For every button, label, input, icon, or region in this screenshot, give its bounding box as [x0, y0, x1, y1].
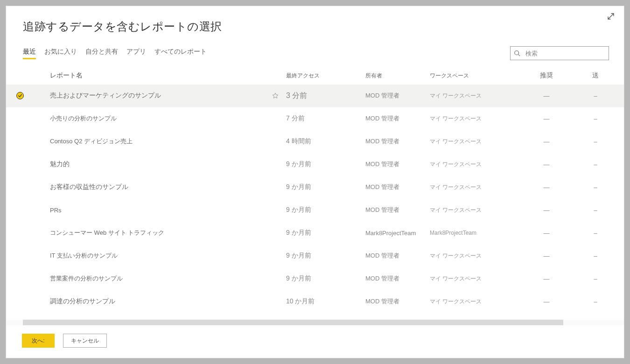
tab-3[interactable]: アプリ	[126, 48, 146, 59]
row-last-access: 9 か月前	[286, 252, 365, 260]
row-send: –	[579, 138, 612, 145]
row-recommend: —	[514, 92, 579, 99]
col-send[interactable]: 送	[579, 71, 612, 80]
tabs: 最近お気に入り自分と共有アプリすべてのレポート	[23, 48, 207, 59]
check-icon	[16, 92, 24, 99]
table-row[interactable]: IT 支払い分析のサンプル9 か月前MOD 管理者マイ ワークスペース—–	[6, 245, 624, 267]
tab-2[interactable]: 自分と共有	[85, 48, 118, 59]
row-workspace: マイ ワークスペース	[430, 115, 514, 123]
star-icon[interactable]	[272, 92, 279, 99]
table-body[interactable]: 売上およびマーケティングのサンプル3 分前MOD 管理者マイ ワークスペース—–…	[6, 84, 624, 317]
report-picker-dialog: 追跡するデータを含むレポートの選択 最近お気に入り自分と共有アプリすべてのレポー…	[6, 6, 624, 358]
row-workspace: マイ ワークスペース	[430, 183, 514, 191]
table-row[interactable]: 調達の分析のサンプル10 か月前MOD 管理者マイ ワークスペース—–	[6, 290, 624, 313]
table-row[interactable]: PRs9 か月前MOD 管理者マイ ワークスペース—–	[6, 199, 624, 222]
row-workspace: マイ ワークスペース	[430, 275, 514, 283]
svg-line-1	[518, 55, 520, 56]
row-last-access: 9 か月前	[286, 274, 365, 283]
row-send: –	[579, 275, 612, 282]
tab-1[interactable]: お気に入り	[44, 48, 77, 59]
row-name[interactable]: 売上およびマーケティングのサンプル	[34, 91, 286, 100]
dialog-footer: 次へ: キャンセル	[6, 325, 624, 358]
search-input[interactable]	[510, 46, 609, 60]
row-name[interactable]: お客様の収益性のサンプル	[34, 183, 286, 191]
row-recommend: —	[514, 230, 579, 237]
row-send: –	[579, 92, 612, 99]
dialog-title: 追跡するデータを含むレポートの選択	[23, 19, 609, 34]
row-name[interactable]: IT 支払い分析のサンプル	[34, 252, 286, 260]
table-row[interactable]: 営業案件の分析のサンプル9 か月前MOD 管理者マイ ワークスペース—–	[6, 267, 624, 290]
table-row[interactable]: 売上およびマーケティングのサンプル3 分前MOD 管理者マイ ワークスペース—–	[6, 84, 624, 107]
col-name[interactable]: レポート名	[34, 71, 286, 80]
col-last-access[interactable]: 最終アクセス	[286, 72, 365, 80]
row-last-access: 10 か月前	[286, 297, 365, 306]
row-select[interactable]	[6, 92, 34, 99]
table-row[interactable]: コンシューマー Web サイト トラフィック9 か月前Mark8ProjectT…	[6, 222, 624, 245]
table-row[interactable]: 小売りの分析のサンプル7 分前MOD 管理者マイ ワークスペース—–	[6, 107, 624, 130]
row-workspace: マイ ワークスペース	[430, 161, 514, 168]
row-send: –	[579, 298, 612, 305]
row-last-access: 9 か月前	[286, 229, 365, 237]
row-name[interactable]: Contoso Q2 ディビジョン売上	[34, 137, 286, 146]
row-send: –	[579, 207, 612, 214]
row-recommend: —	[514, 298, 579, 305]
search-icon	[514, 50, 520, 56]
scrollbar-thumb[interactable]	[23, 320, 563, 325]
table-row[interactable]: お客様の収益性のサンプル9 か月前MOD 管理者マイ ワークスペース—–	[6, 176, 624, 199]
row-owner: MOD 管理者	[365, 91, 430, 100]
expand-icon[interactable]	[607, 13, 616, 21]
report-table: レポート名 最終アクセス 所有者 ワークスペース 推奨 送 売上およびマーケティ…	[6, 65, 624, 325]
col-recommend[interactable]: 推奨	[514, 71, 579, 80]
row-workspace: マイ ワークスペース	[430, 92, 514, 100]
search-wrap	[510, 46, 609, 60]
row-name[interactable]: 調達の分析のサンプル	[34, 297, 286, 306]
row-workspace: マイ ワークスペース	[430, 138, 514, 146]
table-row[interactable]: Contoso Q2 ディビジョン売上4 時間前MOD 管理者マイ ワークスペー…	[6, 130, 624, 153]
cancel-button[interactable]: キャンセル	[63, 334, 107, 348]
row-owner: MOD 管理者	[365, 274, 430, 283]
row-name[interactable]: コンシューマー Web サイト トラフィック	[34, 229, 286, 237]
col-owner[interactable]: 所有者	[365, 72, 430, 80]
row-workspace: マイ ワークスペース	[430, 298, 514, 306]
row-owner: MOD 管理者	[365, 252, 430, 260]
row-last-access: 3 分前	[286, 91, 365, 101]
dialog-header: 追跡するデータを含むレポートの選択	[6, 6, 624, 38]
row-last-access: 9 か月前	[286, 160, 365, 168]
row-recommend: —	[514, 207, 579, 214]
svg-point-0	[515, 51, 519, 55]
row-recommend: —	[514, 252, 579, 259]
row-workspace: マイ ワークスペース	[430, 206, 514, 214]
row-last-access: 7 分前	[286, 114, 365, 123]
row-owner: MOD 管理者	[365, 183, 430, 191]
row-name[interactable]: 小売りの分析のサンプル	[34, 114, 286, 123]
row-owner: Mark8ProjectTeam	[365, 230, 430, 237]
row-owner: MOD 管理者	[365, 114, 430, 123]
tabs-row: 最近お気に入り自分と共有アプリすべてのレポート	[6, 38, 624, 65]
col-workspace[interactable]: ワークスペース	[430, 72, 514, 80]
row-recommend: —	[514, 115, 579, 122]
row-last-access: 9 か月前	[286, 206, 365, 214]
row-send: –	[579, 230, 612, 237]
row-last-access: 4 時間前	[286, 137, 365, 146]
row-owner: MOD 管理者	[365, 137, 430, 146]
row-recommend: —	[514, 138, 579, 145]
row-recommend: —	[514, 275, 579, 282]
row-send: –	[579, 115, 612, 122]
row-workspace: Mark8ProjectTeam	[430, 230, 514, 236]
row-recommend: —	[514, 184, 579, 191]
row-name[interactable]: PRs	[34, 207, 286, 214]
row-recommend: —	[514, 161, 579, 168]
tab-4[interactable]: すべてのレポート	[154, 48, 207, 59]
tab-0[interactable]: 最近	[23, 48, 36, 59]
row-send: –	[579, 161, 612, 168]
horizontal-scrollbar[interactable]	[6, 320, 624, 325]
next-button[interactable]: 次へ:	[22, 334, 55, 348]
row-name[interactable]: 営業案件の分析のサンプル	[34, 274, 286, 283]
table-row[interactable]: 魅力的9 か月前MOD 管理者マイ ワークスペース—–	[6, 153, 624, 176]
row-workspace: マイ ワークスペース	[430, 252, 514, 260]
row-send: –	[579, 184, 612, 191]
row-owner: MOD 管理者	[365, 297, 430, 306]
row-owner: MOD 管理者	[365, 206, 430, 214]
row-owner: MOD 管理者	[365, 160, 430, 168]
row-name[interactable]: 魅力的	[34, 160, 286, 168]
